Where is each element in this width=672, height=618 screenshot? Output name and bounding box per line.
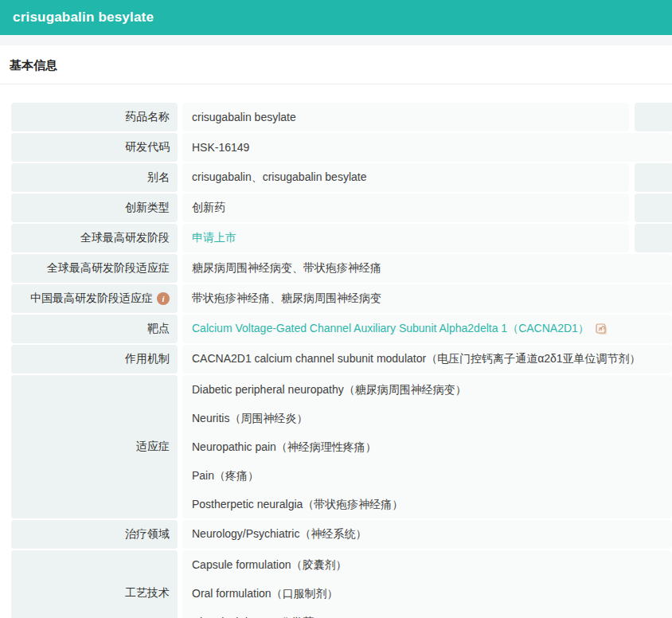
value-line: Capsule formulation（胶囊剂） xyxy=(192,553,347,577)
value-link[interactable]: 申请上市 xyxy=(192,231,236,245)
row-value-drug-name: crisugabalin besylate xyxy=(182,103,629,131)
right-column-label-stub xyxy=(635,103,672,131)
page-header-bar: crisugabalin besylate xyxy=(0,0,672,35)
info-row-target: 靶点Calcium Voltage-Gated Channel Auxiliar… xyxy=(11,315,672,343)
value-line: Chemical drugs（化学药） xyxy=(192,610,325,618)
info-row-therapy-area: 治疗领域Neurology/Psychiatric（神经系统） xyxy=(11,520,672,549)
row-label-china-highest-stage-indication: 中国最高研发阶段适应症i xyxy=(11,284,178,313)
basic-info-table: 药品名称crisugabalin besylate研发代码HSK-16149别名… xyxy=(0,84,672,618)
row-value-indications: Diabetic peripheral neuropathy（糖尿病周围神经病变… xyxy=(182,375,672,518)
row-value-therapy-area: Neurology/Psychiatric（神经系统） xyxy=(182,520,672,549)
value-line: Oral formulation（口服制剂） xyxy=(192,581,338,605)
value-text: 糖尿病周围神经病变、带状疱疹神经痛 xyxy=(192,261,381,276)
row-label-text: 创新类型 xyxy=(125,201,170,215)
row-label-drug-name: 药品名称 xyxy=(11,103,178,131)
value-line: Diabetic peripheral neuropathy（糖尿病周围神经病变… xyxy=(192,377,467,401)
value-text: HSK-16149 xyxy=(192,141,249,154)
row-label-text: 药品名称 xyxy=(125,110,170,124)
row-label-global-highest-stage: 全球最高研发阶段 xyxy=(11,224,178,252)
row-label-text: 全球最高研发阶段适应症 xyxy=(47,261,170,276)
row-label-text: 全球最高研发阶段 xyxy=(80,231,170,245)
row-value-china-highest-stage-indication: 带状疱疹神经痛、糖尿病周围神经病变 xyxy=(182,284,672,313)
page-title: crisugabalin besylate xyxy=(13,10,154,25)
section-title: 基本信息 xyxy=(0,45,672,84)
info-row-alias: 别名crisugabalin、crisugabalin besylate xyxy=(11,163,672,192)
value-line: Neuropathic pain（神经病理性疼痛） xyxy=(192,435,377,459)
row-label-process-technology: 工艺技术 xyxy=(11,550,178,618)
info-row-innovation-type: 创新类型创新药 xyxy=(11,194,672,222)
row-label-target: 靶点 xyxy=(11,315,178,343)
value-line: Pain（疼痛） xyxy=(192,463,259,487)
row-label-text: 作用机制 xyxy=(125,352,170,366)
info-row-indications: 适应症Diabetic peripheral neuropathy（糖尿病周围神… xyxy=(11,375,672,518)
right-column-label-stub xyxy=(635,163,672,192)
value-text: crisugabalin、crisugabalin besylate xyxy=(192,170,366,185)
row-value-global-highest-stage-indication: 糖尿病周围神经病变、带状疱疹神经痛 xyxy=(182,254,672,283)
value-text: CACNA2D1 calcium channel subunit modulat… xyxy=(192,352,641,366)
row-label-indications: 适应症 xyxy=(11,375,178,518)
external-link-icon[interactable] xyxy=(596,323,608,335)
header-gap-band xyxy=(0,35,672,45)
value-text: 带状疱疹神经痛、糖尿病周围神经病变 xyxy=(192,291,381,306)
right-column-label-stub xyxy=(635,194,672,222)
row-label-text: 治疗领域 xyxy=(125,527,170,542)
row-value-innovation-type: 创新药 xyxy=(182,194,629,222)
row-label-therapy-area: 治疗领域 xyxy=(11,520,178,549)
row-label-global-highest-stage-indication: 全球最高研发阶段适应症 xyxy=(11,254,178,283)
info-row-mechanism: 作用机制CACNA2D1 calcium channel subunit mod… xyxy=(11,345,672,374)
info-row-global-highest-stage-indication: 全球最高研发阶段适应症糖尿病周围神经病变、带状疱疹神经痛 xyxy=(11,254,672,283)
row-value-process-technology: Capsule formulation（胶囊剂）Oral formulation… xyxy=(182,550,672,618)
info-row-drug-name: 药品名称crisugabalin besylate xyxy=(11,103,672,131)
value-text: 创新药 xyxy=(192,201,225,215)
row-label-text: 靶点 xyxy=(147,322,170,336)
row-label-text: 适应症 xyxy=(136,440,170,454)
row-value-mechanism: CACNA2D1 calcium channel subunit modulat… xyxy=(182,345,672,374)
row-label-text: 工艺技术 xyxy=(125,586,170,600)
info-row-global-highest-stage: 全球最高研发阶段申请上市 xyxy=(11,224,672,252)
right-column-label-stub xyxy=(635,224,672,252)
info-icon[interactable]: i xyxy=(157,292,170,305)
row-value-global-highest-stage: 申请上市 xyxy=(182,224,629,252)
value-text: Neurology/Psychiatric（神经系统） xyxy=(192,527,366,542)
row-label-rd-code: 研发代码 xyxy=(11,133,178,162)
row-label-text: 中国最高研发阶段适应症 xyxy=(30,291,153,306)
row-value-alias: crisugabalin、crisugabalin besylate xyxy=(182,163,629,192)
value-text: crisugabalin besylate xyxy=(192,111,296,123)
value-line: Neuritis（周围神经炎） xyxy=(192,406,307,430)
row-label-mechanism: 作用机制 xyxy=(11,345,178,374)
row-value-target: Calcium Voltage-Gated Channel Auxiliary … xyxy=(182,315,672,343)
info-row-process-technology: 工艺技术Capsule formulation（胶囊剂）Oral formula… xyxy=(11,550,672,618)
info-row-rd-code: 研发代码HSK-16149 xyxy=(11,133,672,162)
row-label-text: 别名 xyxy=(147,170,170,185)
value-line: Postherpetic neuralgia（带状疱疹神经痛） xyxy=(192,492,403,516)
row-label-text: 研发代码 xyxy=(125,140,170,154)
row-label-alias: 别名 xyxy=(11,163,178,192)
value-link[interactable]: Calcium Voltage-Gated Channel Auxiliary … xyxy=(192,322,589,336)
row-value-rd-code: HSK-16149 xyxy=(182,133,672,162)
info-row-china-highest-stage-indication: 中国最高研发阶段适应症i带状疱疹神经痛、糖尿病周围神经病变 xyxy=(11,284,672,313)
row-label-innovation-type: 创新类型 xyxy=(11,194,178,222)
